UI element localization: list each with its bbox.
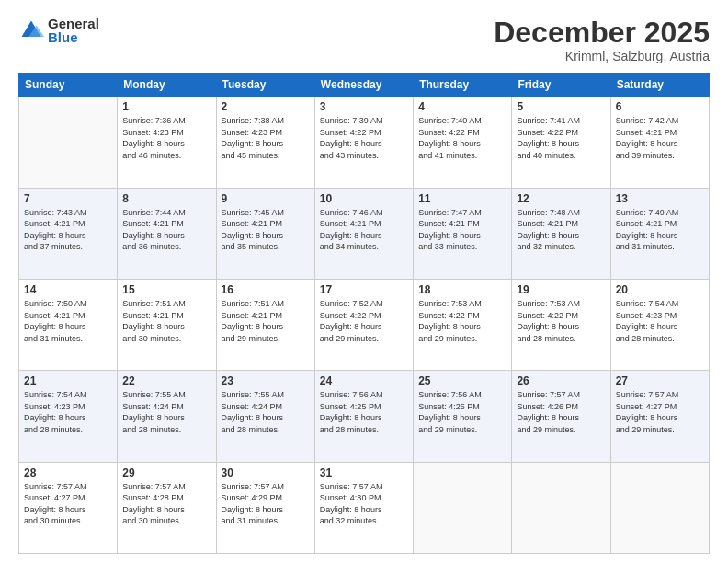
- day-number: 18: [418, 283, 506, 296]
- calendar-cell: 28Sunrise: 7:57 AM Sunset: 4:27 PM Dayli…: [19, 462, 118, 553]
- calendar-cell: 14Sunrise: 7:50 AM Sunset: 4:21 PM Dayli…: [19, 279, 118, 370]
- day-info: Sunrise: 7:57 AM Sunset: 4:29 PM Dayligh…: [222, 481, 310, 527]
- calendar-cell: 31Sunrise: 7:57 AM Sunset: 4:30 PM Dayli…: [314, 462, 413, 553]
- weekday-wednesday: Wednesday: [314, 74, 413, 97]
- calendar-cell: 25Sunrise: 7:56 AM Sunset: 4:25 PM Dayli…: [414, 371, 512, 462]
- weekday-saturday: Saturday: [610, 74, 709, 97]
- calendar-cell: 3Sunrise: 7:39 AM Sunset: 4:22 PM Daylig…: [314, 97, 413, 188]
- weekday-friday: Friday: [512, 74, 610, 97]
- month-title: December 2025: [494, 17, 710, 49]
- day-info: Sunrise: 7:51 AM Sunset: 4:21 PM Dayligh…: [122, 298, 210, 344]
- day-number: 17: [320, 283, 408, 296]
- day-number: 8: [122, 192, 210, 205]
- calendar-cell: 8Sunrise: 7:44 AM Sunset: 4:21 PM Daylig…: [118, 188, 216, 279]
- calendar-cell: 21Sunrise: 7:54 AM Sunset: 4:23 PM Dayli…: [19, 371, 118, 462]
- day-number: 13: [616, 192, 704, 205]
- weekday-thursday: Thursday: [414, 74, 512, 97]
- calendar-cell: [610, 462, 709, 553]
- day-number: 2: [222, 100, 310, 113]
- day-info: Sunrise: 7:55 AM Sunset: 4:24 PM Dayligh…: [222, 389, 310, 435]
- calendar-cell: 2Sunrise: 7:38 AM Sunset: 4:23 PM Daylig…: [216, 97, 314, 188]
- calendar-week-1: 7Sunrise: 7:43 AM Sunset: 4:21 PM Daylig…: [19, 188, 710, 279]
- page: General Blue December 2025 Krimml, Salzb…: [0, 0, 728, 563]
- weekday-header-row: SundayMondayTuesdayWednesdayThursdayFrid…: [19, 74, 710, 97]
- calendar-week-4: 28Sunrise: 7:57 AM Sunset: 4:27 PM Dayli…: [19, 462, 710, 553]
- day-info: Sunrise: 7:38 AM Sunset: 4:23 PM Dayligh…: [222, 115, 310, 161]
- day-number: 14: [24, 283, 112, 296]
- day-info: Sunrise: 7:57 AM Sunset: 4:28 PM Dayligh…: [122, 481, 210, 527]
- day-number: 9: [222, 192, 310, 205]
- day-info: Sunrise: 7:57 AM Sunset: 4:30 PM Dayligh…: [320, 481, 408, 527]
- calendar-cell: [414, 462, 512, 553]
- calendar-cell: 15Sunrise: 7:51 AM Sunset: 4:21 PM Dayli…: [118, 279, 216, 370]
- logo-general: General: [48, 17, 99, 30]
- calendar-cell: 18Sunrise: 7:53 AM Sunset: 4:22 PM Dayli…: [414, 279, 512, 370]
- calendar-week-3: 21Sunrise: 7:54 AM Sunset: 4:23 PM Dayli…: [19, 371, 710, 462]
- calendar-cell: 4Sunrise: 7:40 AM Sunset: 4:22 PM Daylig…: [414, 97, 512, 188]
- day-info: Sunrise: 7:57 AM Sunset: 4:26 PM Dayligh…: [517, 389, 605, 435]
- calendar-week-0: 1Sunrise: 7:36 AM Sunset: 4:23 PM Daylig…: [19, 97, 710, 188]
- day-info: Sunrise: 7:56 AM Sunset: 4:25 PM Dayligh…: [320, 389, 408, 435]
- calendar-cell: [19, 97, 118, 188]
- day-number: 19: [517, 283, 605, 296]
- logo-blue: Blue: [48, 30, 99, 44]
- calendar-cell: 26Sunrise: 7:57 AM Sunset: 4:26 PM Dayli…: [512, 371, 610, 462]
- day-info: Sunrise: 7:53 AM Sunset: 4:22 PM Dayligh…: [517, 298, 605, 344]
- day-number: 20: [616, 283, 704, 296]
- calendar-cell: 12Sunrise: 7:48 AM Sunset: 4:21 PM Dayli…: [512, 188, 610, 279]
- calendar-cell: 20Sunrise: 7:54 AM Sunset: 4:23 PM Dayli…: [610, 279, 709, 370]
- day-number: 4: [418, 100, 506, 113]
- logo: General Blue: [18, 17, 99, 44]
- calendar-cell: 27Sunrise: 7:57 AM Sunset: 4:27 PM Dayli…: [610, 371, 709, 462]
- day-number: 5: [517, 100, 605, 113]
- logo-text: General Blue: [48, 17, 99, 44]
- day-info: Sunrise: 7:41 AM Sunset: 4:22 PM Dayligh…: [517, 115, 605, 161]
- calendar-cell: 5Sunrise: 7:41 AM Sunset: 4:22 PM Daylig…: [512, 97, 610, 188]
- day-number: 21: [24, 374, 112, 387]
- day-number: 16: [222, 283, 310, 296]
- day-number: 3: [320, 100, 408, 113]
- calendar-cell: 10Sunrise: 7:46 AM Sunset: 4:21 PM Dayli…: [314, 188, 413, 279]
- day-info: Sunrise: 7:40 AM Sunset: 4:22 PM Dayligh…: [418, 115, 506, 161]
- day-info: Sunrise: 7:53 AM Sunset: 4:22 PM Dayligh…: [418, 298, 506, 344]
- day-number: 31: [320, 466, 408, 479]
- day-info: Sunrise: 7:56 AM Sunset: 4:25 PM Dayligh…: [418, 389, 506, 435]
- calendar-cell: 17Sunrise: 7:52 AM Sunset: 4:22 PM Dayli…: [314, 279, 413, 370]
- calendar-cell: 23Sunrise: 7:55 AM Sunset: 4:24 PM Dayli…: [216, 371, 314, 462]
- day-number: 6: [616, 100, 704, 113]
- logo-icon: [18, 17, 44, 43]
- day-number: 12: [517, 192, 605, 205]
- day-info: Sunrise: 7:45 AM Sunset: 4:21 PM Dayligh…: [222, 207, 310, 253]
- calendar: SundayMondayTuesdayWednesdayThursdayFrid…: [18, 73, 710, 554]
- day-info: Sunrise: 7:52 AM Sunset: 4:22 PM Dayligh…: [320, 298, 408, 344]
- calendar-cell: 6Sunrise: 7:42 AM Sunset: 4:21 PM Daylig…: [610, 97, 709, 188]
- day-number: 7: [24, 192, 112, 205]
- day-info: Sunrise: 7:54 AM Sunset: 4:23 PM Dayligh…: [24, 389, 112, 435]
- day-info: Sunrise: 7:54 AM Sunset: 4:23 PM Dayligh…: [616, 298, 704, 344]
- day-info: Sunrise: 7:44 AM Sunset: 4:21 PM Dayligh…: [122, 207, 210, 253]
- day-number: 23: [222, 374, 310, 387]
- calendar-cell: 1Sunrise: 7:36 AM Sunset: 4:23 PM Daylig…: [118, 97, 216, 188]
- day-info: Sunrise: 7:43 AM Sunset: 4:21 PM Dayligh…: [24, 207, 112, 253]
- day-info: Sunrise: 7:36 AM Sunset: 4:23 PM Dayligh…: [122, 115, 210, 161]
- day-number: 28: [24, 466, 112, 479]
- calendar-cell: 13Sunrise: 7:49 AM Sunset: 4:21 PM Dayli…: [610, 188, 709, 279]
- calendar-cell: 9Sunrise: 7:45 AM Sunset: 4:21 PM Daylig…: [216, 188, 314, 279]
- day-number: 26: [517, 374, 605, 387]
- day-info: Sunrise: 7:57 AM Sunset: 4:27 PM Dayligh…: [616, 389, 704, 435]
- calendar-cell: 19Sunrise: 7:53 AM Sunset: 4:22 PM Dayli…: [512, 279, 610, 370]
- day-info: Sunrise: 7:42 AM Sunset: 4:21 PM Dayligh…: [616, 115, 704, 161]
- calendar-cell: 22Sunrise: 7:55 AM Sunset: 4:24 PM Dayli…: [118, 371, 216, 462]
- calendar-cell: 24Sunrise: 7:56 AM Sunset: 4:25 PM Dayli…: [314, 371, 413, 462]
- day-number: 10: [320, 192, 408, 205]
- calendar-cell: 7Sunrise: 7:43 AM Sunset: 4:21 PM Daylig…: [19, 188, 118, 279]
- day-info: Sunrise: 7:57 AM Sunset: 4:27 PM Dayligh…: [24, 481, 112, 527]
- day-number: 29: [122, 466, 210, 479]
- calendar-cell: 30Sunrise: 7:57 AM Sunset: 4:29 PM Dayli…: [216, 462, 314, 553]
- calendar-cell: 29Sunrise: 7:57 AM Sunset: 4:28 PM Dayli…: [118, 462, 216, 553]
- weekday-tuesday: Tuesday: [216, 74, 314, 97]
- title-area: December 2025 Krimml, Salzburg, Austria: [494, 17, 710, 63]
- calendar-cell: 16Sunrise: 7:51 AM Sunset: 4:21 PM Dayli…: [216, 279, 314, 370]
- day-info: Sunrise: 7:46 AM Sunset: 4:21 PM Dayligh…: [320, 207, 408, 253]
- location: Krimml, Salzburg, Austria: [494, 49, 710, 63]
